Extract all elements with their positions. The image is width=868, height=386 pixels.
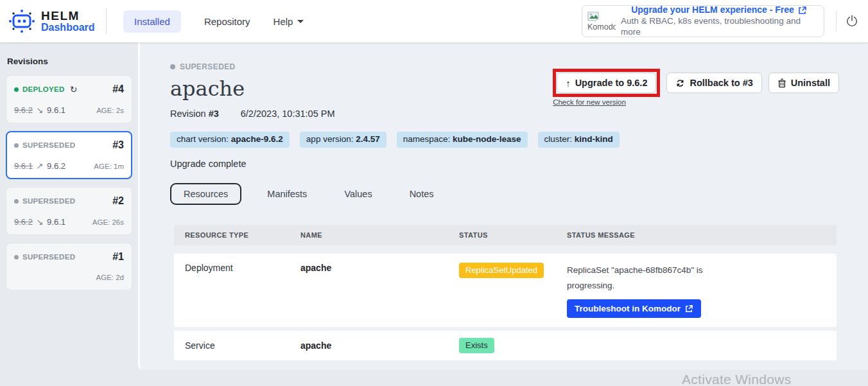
komodor-promo-card[interactable]: Komodor Upgrade your HELM experience - F…	[582, 5, 824, 37]
detail-tabs: Resources Manifests Values Notes	[170, 182, 839, 206]
uninstall-label: Uninstall	[791, 78, 830, 88]
version-arrow-icon: ↘	[35, 217, 45, 227]
resource-type-cell: Service	[185, 340, 300, 351]
version-from: 9.6.1	[14, 161, 33, 171]
revision-number: #3	[209, 109, 219, 119]
chip-namespace: namespace: kube-node-lease	[397, 132, 528, 148]
revision-number: #1	[112, 251, 124, 263]
status-dot	[170, 64, 175, 69]
activate-windows-watermark: Activate Windows	[682, 372, 792, 386]
revision-status: SUPERSEDED	[22, 253, 75, 261]
chip-label: chart version:	[177, 134, 229, 144]
revision-number: #3	[112, 139, 124, 151]
table-row-deployment: Deployment apache ReplicaSetUpdated Repl…	[174, 254, 837, 327]
metadata-chips: chart version: apache-9.6.2 app version:…	[170, 132, 839, 148]
chip-value: kind-kind	[575, 134, 613, 144]
chip-value: apache-9.6.2	[231, 134, 283, 144]
chip-label: cluster:	[544, 134, 573, 144]
troubleshoot-label: Troubleshoot in Komodor	[575, 304, 681, 313]
revision-number: #4	[112, 83, 124, 95]
revision-status: SUPERSEDED	[22, 141, 75, 149]
power-button[interactable]	[845, 14, 859, 28]
version-change: 9.6.2 ↘ 9.6.1	[14, 105, 65, 115]
resources-table: RESOURCE TYPE NAME STATUS STATUS MESSAGE…	[174, 225, 837, 360]
rollback-label: Rollback to #3	[690, 78, 752, 88]
revision-number: #2	[112, 195, 124, 207]
revision-card-3[interactable]: SUPERSEDED #3 9.6.1 ↗ 9.6.2 AGE: 1m	[6, 131, 132, 179]
caret-down-icon	[297, 20, 304, 23]
topbar-divider	[106, 8, 107, 34]
chip-value: 2.4.57	[356, 134, 380, 144]
nav-tab-repository[interactable]: Repository	[204, 16, 250, 27]
broken-image-icon	[587, 12, 599, 22]
promo-link[interactable]: Upgrade your HELM experience - Free	[631, 4, 807, 16]
release-detail-panel: SUPERSEDED apache Revision #3 6/2/2023, …	[138, 42, 868, 370]
release-status-label: SUPERSEDED	[180, 62, 236, 71]
rollback-button[interactable]: Rollback to #3	[666, 73, 761, 93]
helm-logo[interactable]: HELM Dashboard	[0, 8, 106, 35]
revision-card-4[interactable]: DEPLOYED ↻ #4 9.6.2 ↘ 9.6.1 AGE: 2s	[6, 75, 132, 123]
revision-label: Revision #3	[170, 109, 219, 119]
revision-age: AGE: 2d	[96, 274, 124, 281]
release-description: Upgrade complete	[170, 159, 839, 170]
status-dot	[14, 199, 19, 204]
upgrade-label: Upgrade to 9.6.2	[575, 78, 648, 88]
version-change: 9.6.1 ↗ 9.6.2	[14, 161, 65, 171]
version-to: 9.6.1	[47, 105, 65, 115]
external-link-icon	[685, 304, 693, 313]
logo-title: HELM	[41, 10, 95, 22]
promo-subtitle: Auth & RBAC, k8s events, troubleshooting…	[621, 16, 817, 38]
chip-app-version: app version: 2.4.57	[300, 132, 386, 148]
upgrade-button[interactable]: ↑ Upgrade to 9.6.2	[557, 73, 656, 93]
version-from: 9.6.2	[14, 217, 33, 227]
reload-icon: ↻	[70, 84, 78, 94]
top-bar: HELM Dashboard Installed Repository Help…	[0, 0, 868, 42]
revision-status: SUPERSEDED	[22, 197, 75, 205]
version-to: 9.6.1	[47, 217, 65, 227]
komodor-image-alt: Komodor	[587, 22, 616, 31]
helm-logo-icon	[8, 8, 36, 35]
red-highlight-annotation: ↑ Upgrade to 9.6.2	[553, 69, 660, 97]
check-new-version-link[interactable]: Check for new version	[553, 98, 626, 106]
tab-notes[interactable]: Notes	[398, 184, 446, 204]
tab-resources[interactable]: Resources	[170, 183, 241, 205]
version-to: 9.6.2	[47, 161, 65, 171]
arrow-up-icon: ↑	[566, 78, 571, 89]
resource-name-cell: apache	[300, 340, 459, 351]
col-header-name: NAME	[300, 231, 459, 239]
status-dot	[14, 143, 19, 148]
revision-age: AGE: 26s	[92, 218, 124, 226]
status-badge: Exists	[459, 338, 494, 353]
promo-link-label: Upgrade your HELM experience - Free	[631, 4, 794, 16]
trash-icon	[777, 78, 786, 88]
main-nav: Installed Repository Help	[123, 10, 304, 33]
chip-chart-version: chart version: apache-9.6.2	[170, 132, 290, 148]
troubleshoot-button[interactable]: Troubleshoot in Komodor	[567, 299, 701, 318]
chip-label: namespace:	[403, 134, 451, 144]
version-from: 9.6.2	[14, 105, 33, 115]
tab-manifests[interactable]: Manifests	[256, 184, 318, 204]
revision-word: Revision	[170, 109, 206, 119]
revision-card-1[interactable]: SUPERSEDED #1 AGE: 2d	[6, 243, 132, 290]
chip-cluster: cluster: kind-kind	[538, 132, 620, 148]
tab-values[interactable]: Values	[333, 184, 383, 204]
chip-label: app version:	[306, 134, 354, 144]
table-row-service: Service apache Exists	[174, 331, 837, 360]
nav-tab-installed[interactable]: Installed	[123, 10, 181, 33]
revision-age: AGE: 1m	[94, 162, 124, 170]
uninstall-button[interactable]: Uninstall	[768, 73, 839, 93]
status-message-line1: ReplicaSet "apache-68fb867c4b" is	[567, 263, 826, 278]
col-header-status: STATUS	[459, 231, 567, 239]
revision-age: AGE: 2s	[96, 107, 124, 114]
revision-card-2[interactable]: SUPERSEDED #2 9.6.2 ↘ 9.6.1 AGE: 26s	[6, 187, 132, 235]
status-dot	[14, 87, 19, 92]
revision-status: DEPLOYED	[22, 85, 65, 93]
release-date: 6/2/2023, 10:31:05 PM	[241, 109, 335, 119]
help-label: Help	[273, 16, 293, 27]
logo-subtitle: Dashboard	[41, 22, 95, 33]
col-header-resource-type: RESOURCE TYPE	[185, 231, 300, 239]
power-divider	[836, 11, 837, 31]
revisions-sidebar: Revisions DEPLOYED ↻ #4 9.6.2 ↘ 9.6.1 AG…	[0, 42, 138, 386]
resource-type-cell: Deployment	[185, 263, 300, 273]
nav-menu-help[interactable]: Help	[273, 16, 304, 27]
